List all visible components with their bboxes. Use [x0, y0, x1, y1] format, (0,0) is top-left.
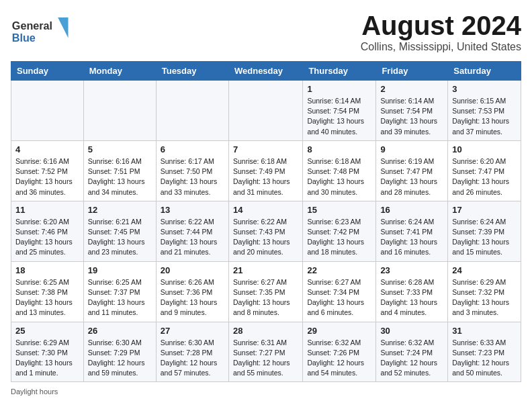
day-number: 17 — [452, 205, 517, 215]
day-number: 27 — [161, 326, 224, 336]
calendar-cell: 1Sunrise: 6:14 AM Sunset: 7:54 PM Daylig… — [303, 81, 376, 141]
footer: Daylight hours — [11, 387, 521, 396]
col-header-friday: Friday — [376, 62, 448, 81]
day-number: 11 — [15, 205, 79, 215]
calendar-cell: 30Sunrise: 6:32 AM Sunset: 7:24 PM Dayli… — [376, 322, 448, 382]
day-number: 4 — [15, 144, 79, 154]
day-info: Sunrise: 6:19 AM Sunset: 7:47 PM Dayligh… — [380, 156, 443, 197]
day-number: 16 — [380, 205, 443, 215]
day-info: Sunrise: 6:29 AM Sunset: 7:32 PM Dayligh… — [452, 277, 517, 318]
calendar-cell: 5Sunrise: 6:16 AM Sunset: 7:51 PM Daylig… — [83, 140, 156, 201]
calendar-cell: 9Sunrise: 6:19 AM Sunset: 7:47 PM Daylig… — [376, 140, 448, 201]
day-number: 26 — [88, 326, 152, 336]
day-info: Sunrise: 6:16 AM Sunset: 7:52 PM Dayligh… — [15, 156, 79, 197]
calendar-week-row: 25Sunrise: 6:29 AM Sunset: 7:30 PM Dayli… — [11, 322, 521, 382]
calendar-cell: 27Sunrise: 6:30 AM Sunset: 7:28 PM Dayli… — [156, 322, 228, 382]
calendar-header-row: SundayMondayTuesdayWednesdayThursdayFrid… — [11, 62, 521, 81]
day-info: Sunrise: 6:26 AM Sunset: 7:36 PM Dayligh… — [161, 277, 224, 318]
day-info: Sunrise: 6:14 AM Sunset: 7:54 PM Dayligh… — [307, 96, 371, 137]
day-info: Sunrise: 6:32 AM Sunset: 7:26 PM Dayligh… — [307, 338, 371, 379]
header: General Blue August 2024 Collins, Missis… — [11, 11, 521, 53]
calendar-cell: 18Sunrise: 6:25 AM Sunset: 7:38 PM Dayli… — [11, 261, 84, 322]
calendar-cell: 6Sunrise: 6:17 AM Sunset: 7:50 PM Daylig… — [156, 140, 228, 201]
day-info: Sunrise: 6:27 AM Sunset: 7:34 PM Dayligh… — [307, 277, 371, 318]
calendar-cell: 24Sunrise: 6:29 AM Sunset: 7:32 PM Dayli… — [448, 261, 521, 322]
daylight-label: Daylight hours — [11, 387, 58, 396]
day-info: Sunrise: 6:31 AM Sunset: 7:27 PM Dayligh… — [233, 338, 298, 379]
day-info: Sunrise: 6:16 AM Sunset: 7:51 PM Dayligh… — [88, 156, 152, 197]
svg-marker-2 — [58, 17, 68, 38]
day-number: 29 — [307, 326, 371, 336]
day-info: Sunrise: 6:25 AM Sunset: 7:38 PM Dayligh… — [15, 277, 79, 318]
day-number: 13 — [161, 205, 224, 215]
day-number: 1 — [307, 84, 371, 94]
calendar-cell: 11Sunrise: 6:20 AM Sunset: 7:46 PM Dayli… — [11, 201, 84, 261]
calendar-cell — [11, 81, 84, 141]
col-header-thursday: Thursday — [303, 62, 376, 81]
day-number: 12 — [88, 205, 152, 215]
calendar-cell: 19Sunrise: 6:25 AM Sunset: 7:37 PM Dayli… — [83, 261, 156, 322]
day-info: Sunrise: 6:15 AM Sunset: 7:53 PM Dayligh… — [452, 96, 517, 137]
day-number: 30 — [380, 326, 443, 336]
calendar-cell: 29Sunrise: 6:32 AM Sunset: 7:26 PM Dayli… — [303, 322, 376, 382]
calendar-cell: 3Sunrise: 6:15 AM Sunset: 7:53 PM Daylig… — [448, 81, 521, 141]
calendar-cell — [228, 81, 302, 141]
day-number: 8 — [307, 144, 371, 154]
calendar-week-row: 18Sunrise: 6:25 AM Sunset: 7:38 PM Dayli… — [11, 261, 521, 322]
day-number: 19 — [88, 265, 152, 275]
day-number: 2 — [380, 84, 443, 94]
day-info: Sunrise: 6:27 AM Sunset: 7:35 PM Dayligh… — [233, 277, 298, 318]
calendar-cell: 4Sunrise: 6:16 AM Sunset: 7:52 PM Daylig… — [11, 140, 84, 201]
day-info: Sunrise: 6:30 AM Sunset: 7:29 PM Dayligh… — [88, 338, 152, 379]
calendar-cell: 22Sunrise: 6:27 AM Sunset: 7:34 PM Dayli… — [303, 261, 376, 322]
day-info: Sunrise: 6:33 AM Sunset: 7:23 PM Dayligh… — [452, 338, 517, 379]
calendar-cell — [156, 81, 228, 141]
day-info: Sunrise: 6:29 AM Sunset: 7:30 PM Dayligh… — [15, 338, 79, 379]
day-number: 23 — [380, 265, 443, 275]
day-info: Sunrise: 6:25 AM Sunset: 7:37 PM Dayligh… — [88, 277, 152, 318]
calendar-cell: 25Sunrise: 6:29 AM Sunset: 7:30 PM Dayli… — [11, 322, 84, 382]
calendar-cell: 23Sunrise: 6:28 AM Sunset: 7:33 PM Dayli… — [376, 261, 448, 322]
day-info: Sunrise: 6:30 AM Sunset: 7:28 PM Dayligh… — [161, 338, 224, 379]
day-info: Sunrise: 6:20 AM Sunset: 7:47 PM Dayligh… — [452, 156, 517, 197]
calendar-cell: 2Sunrise: 6:14 AM Sunset: 7:54 PM Daylig… — [376, 81, 448, 141]
svg-text:Blue: Blue — [12, 32, 36, 44]
day-number: 28 — [233, 326, 298, 336]
day-number: 3 — [452, 84, 517, 94]
day-number: 15 — [307, 205, 371, 215]
day-number: 20 — [161, 265, 224, 275]
calendar-cell: 7Sunrise: 6:18 AM Sunset: 7:49 PM Daylig… — [228, 140, 302, 201]
calendar-cell: 17Sunrise: 6:24 AM Sunset: 7:39 PM Dayli… — [448, 201, 521, 261]
day-info: Sunrise: 6:17 AM Sunset: 7:50 PM Dayligh… — [161, 156, 224, 197]
day-number: 22 — [307, 265, 371, 275]
calendar-cell: 10Sunrise: 6:20 AM Sunset: 7:47 PM Dayli… — [448, 140, 521, 201]
col-header-sunday: Sunday — [11, 62, 84, 81]
day-info: Sunrise: 6:28 AM Sunset: 7:33 PM Dayligh… — [380, 277, 443, 318]
calendar-cell: 16Sunrise: 6:24 AM Sunset: 7:41 PM Dayli… — [376, 201, 448, 261]
calendar-cell: 31Sunrise: 6:33 AM Sunset: 7:23 PM Dayli… — [448, 322, 521, 382]
svg-text:General: General — [12, 19, 52, 32]
col-header-saturday: Saturday — [448, 62, 521, 81]
calendar-table: SundayMondayTuesdayWednesdayThursdayFrid… — [11, 61, 521, 382]
calendar-week-row: 1Sunrise: 6:14 AM Sunset: 7:54 PM Daylig… — [11, 81, 521, 141]
calendar-cell — [83, 81, 156, 141]
day-info: Sunrise: 6:32 AM Sunset: 7:24 PM Dayligh… — [380, 338, 443, 379]
day-number: 25 — [15, 326, 79, 336]
day-number: 18 — [15, 265, 79, 275]
day-number: 9 — [380, 144, 443, 154]
calendar-cell: 8Sunrise: 6:18 AM Sunset: 7:48 PM Daylig… — [303, 140, 376, 201]
day-info: Sunrise: 6:14 AM Sunset: 7:54 PM Dayligh… — [380, 96, 443, 137]
logo-image: General Blue — [11, 11, 71, 48]
calendar-body: 1Sunrise: 6:14 AM Sunset: 7:54 PM Daylig… — [11, 81, 521, 382]
day-number: 7 — [233, 144, 298, 154]
calendar-cell: 21Sunrise: 6:27 AM Sunset: 7:35 PM Dayli… — [228, 261, 302, 322]
day-info: Sunrise: 6:20 AM Sunset: 7:46 PM Dayligh… — [15, 217, 79, 258]
calendar-cell: 14Sunrise: 6:22 AM Sunset: 7:43 PM Dayli… — [228, 201, 302, 261]
col-header-monday: Monday — [83, 62, 156, 81]
title-area: August 2024 Collins, Mississippi, United… — [361, 11, 521, 53]
logo: General Blue — [11, 11, 71, 48]
day-number: 24 — [452, 265, 517, 275]
day-info: Sunrise: 6:18 AM Sunset: 7:48 PM Dayligh… — [307, 156, 371, 197]
calendar-cell: 13Sunrise: 6:22 AM Sunset: 7:44 PM Dayli… — [156, 201, 228, 261]
calendar-cell: 15Sunrise: 6:23 AM Sunset: 7:42 PM Dayli… — [303, 201, 376, 261]
